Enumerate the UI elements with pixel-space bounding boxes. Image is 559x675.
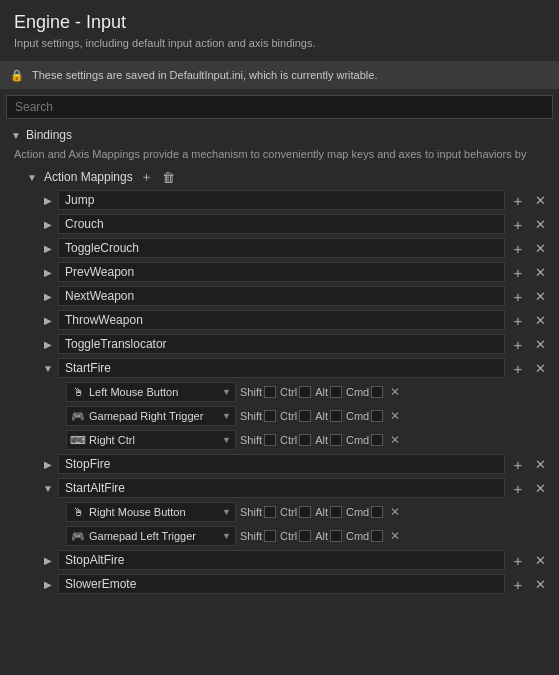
list-item: NextWeapon + ✕ — [6, 284, 553, 308]
ctrl-label: Ctrl — [280, 530, 297, 542]
alt-label: Alt — [315, 506, 328, 518]
startfire-expand-arrow[interactable] — [42, 362, 54, 374]
modifier-group-alt: Alt — [315, 434, 342, 446]
jump-remove-button[interactable]: ✕ — [531, 191, 549, 209]
ctrl-checkbox[interactable] — [299, 434, 311, 446]
jump-add-button[interactable]: + — [509, 191, 527, 209]
ctrl-checkbox[interactable] — [299, 506, 311, 518]
modifier-group-ctrl: Ctrl — [280, 506, 311, 518]
modifier-group-cmd: Cmd — [346, 410, 383, 422]
shift-checkbox[interactable] — [264, 410, 276, 422]
right-ctrl-dropdown[interactable]: ⌨ Right Ctrl ▼ — [66, 430, 236, 450]
ctrl-checkbox[interactable] — [299, 410, 311, 422]
right-mouse-binding-remove-button[interactable]: ✕ — [387, 504, 403, 520]
page-subtitle: Input settings, including default input … — [14, 37, 545, 49]
startfire-remove-button[interactable]: ✕ — [531, 359, 549, 377]
nextweapon-remove-button[interactable]: ✕ — [531, 287, 549, 305]
left-mouse-button-label: Left Mouse Button — [89, 386, 218, 398]
gamepad-right-trigger-remove-button[interactable]: ✕ — [387, 408, 403, 424]
action-mappings-expand-arrow[interactable] — [26, 171, 38, 183]
modifier-group-shift: Shift — [240, 386, 276, 398]
crouch-expand-arrow[interactable] — [42, 218, 54, 230]
toggletranslocator-add-button[interactable]: + — [509, 335, 527, 353]
gamepad-icon: 🎮 — [71, 409, 85, 423]
throwweapon-remove-button[interactable]: ✕ — [531, 311, 549, 329]
ctrl-label: Ctrl — [280, 434, 297, 446]
startfire-add-button[interactable]: + — [509, 359, 527, 377]
stopaltfire-remove-button[interactable]: ✕ — [531, 551, 549, 569]
search-input[interactable] — [6, 95, 553, 119]
shift-checkbox[interactable] — [264, 530, 276, 542]
alt-checkbox[interactable] — [330, 410, 342, 422]
alt-checkbox[interactable] — [330, 506, 342, 518]
info-bar: 🔒 These settings are saved in DefaultInp… — [0, 61, 559, 89]
action-mappings-delete-button[interactable]: 🗑 — [161, 169, 177, 185]
action-mappings-list: Jump + ✕ Crouch + ✕ ToggleCrouch + ✕ Pre… — [6, 188, 553, 596]
gamepad-left-trigger-dropdown[interactable]: 🎮 Gamepad Left Trigger ▼ — [66, 526, 236, 546]
sloweremote-add-button[interactable]: + — [509, 575, 527, 593]
shift-checkbox[interactable] — [264, 434, 276, 446]
action-name-prevweapon: PrevWeapon — [58, 262, 505, 282]
startaltfire-remove-button[interactable]: ✕ — [531, 479, 549, 497]
crouch-add-button[interactable]: + — [509, 215, 527, 233]
stopfire-expand-arrow[interactable] — [42, 458, 54, 470]
bindings-description: Action and Axis Mappings provide a mecha… — [6, 145, 553, 166]
action-name-startfire: StartFire — [58, 358, 505, 378]
sloweremote-expand-arrow[interactable] — [42, 578, 54, 590]
left-mouse-binding-remove-button[interactable]: ✕ — [387, 384, 403, 400]
alt-checkbox[interactable] — [330, 386, 342, 398]
modifier-group-shift: Shift — [240, 530, 276, 542]
bindings-section: Bindings Action and Axis Mappings provid… — [0, 119, 559, 596]
nextweapon-expand-arrow[interactable] — [42, 290, 54, 302]
ctrl-checkbox[interactable] — [299, 530, 311, 542]
shift-checkbox[interactable] — [264, 386, 276, 398]
sloweremote-remove-button[interactable]: ✕ — [531, 575, 549, 593]
stopfire-add-button[interactable]: + — [509, 455, 527, 473]
stopaltfire-add-button[interactable]: + — [509, 551, 527, 569]
startaltfire-add-button[interactable]: + — [509, 479, 527, 497]
ctrl-checkbox[interactable] — [299, 386, 311, 398]
action-name-togglecrouch: ToggleCrouch — [58, 238, 505, 258]
bindings-label: Bindings — [26, 128, 72, 142]
prevweapon-expand-arrow[interactable] — [42, 266, 54, 278]
gamepad-left-trigger-remove-button[interactable]: ✕ — [387, 528, 403, 544]
search-bar[interactable] — [6, 95, 553, 119]
cmd-checkbox[interactable] — [371, 506, 383, 518]
alt-checkbox[interactable] — [330, 434, 342, 446]
startaltfire-expand-arrow[interactable] — [42, 482, 54, 494]
prevweapon-add-button[interactable]: + — [509, 263, 527, 281]
left-mouse-button-dropdown[interactable]: 🖱 Left Mouse Button ▼ — [66, 382, 236, 402]
action-name-throwweapon: ThrowWeapon — [58, 310, 505, 330]
alt-checkbox[interactable] — [330, 530, 342, 542]
alt-label: Alt — [315, 530, 328, 542]
stopaltfire-expand-arrow[interactable] — [42, 554, 54, 566]
modifier-group-cmd: Cmd — [346, 530, 383, 542]
bindings-expand-arrow[interactable] — [10, 129, 22, 141]
shift-checkbox[interactable] — [264, 506, 276, 518]
toggletranslocator-expand-arrow[interactable] — [42, 338, 54, 350]
nextweapon-add-button[interactable]: + — [509, 287, 527, 305]
crouch-remove-button[interactable]: ✕ — [531, 215, 549, 233]
action-name-stopfire: StopFire — [58, 454, 505, 474]
right-mouse-button-dropdown[interactable]: 🖱 Right Mouse Button ▼ — [66, 502, 236, 522]
gamepad-right-trigger-dropdown[interactable]: 🎮 Gamepad Right Trigger ▼ — [66, 406, 236, 426]
togglecrouch-expand-arrow[interactable] — [42, 242, 54, 254]
stopfire-remove-button[interactable]: ✕ — [531, 455, 549, 473]
prevweapon-remove-button[interactable]: ✕ — [531, 263, 549, 281]
action-mappings-add-button[interactable]: ＋ — [139, 169, 155, 185]
toggletranslocator-remove-button[interactable]: ✕ — [531, 335, 549, 353]
cmd-checkbox[interactable] — [371, 434, 383, 446]
jump-expand-arrow[interactable] — [42, 194, 54, 206]
list-item: PrevWeapon + ✕ — [6, 260, 553, 284]
right-ctrl-remove-button[interactable]: ✕ — [387, 432, 403, 448]
togglecrouch-add-button[interactable]: + — [509, 239, 527, 257]
throwweapon-add-button[interactable]: + — [509, 311, 527, 329]
cmd-checkbox[interactable] — [371, 410, 383, 422]
cmd-checkbox[interactable] — [371, 530, 383, 542]
binding-row: ⌨ Right Ctrl ▼ Shift Ctrl Alt Cmd ✕ — [6, 428, 553, 452]
shift-label: Shift — [240, 434, 262, 446]
cmd-checkbox[interactable] — [371, 386, 383, 398]
togglecrouch-remove-button[interactable]: ✕ — [531, 239, 549, 257]
modifier-group-ctrl: Ctrl — [280, 410, 311, 422]
throwweapon-expand-arrow[interactable] — [42, 314, 54, 326]
